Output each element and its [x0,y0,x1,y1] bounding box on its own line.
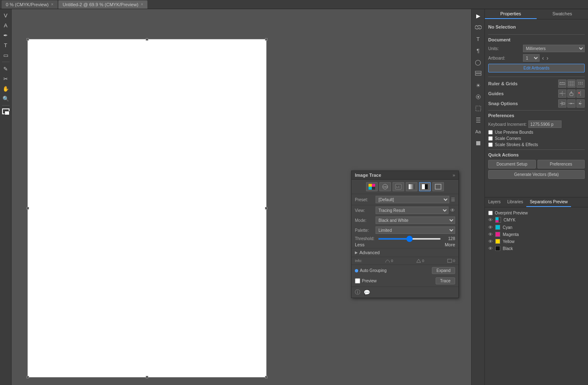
edit-artboards-btn[interactable]: Edit Artboards [488,64,585,72]
tool-shape[interactable]: ▭ [1,51,10,60]
tab-libraries[interactable]: Libraries [504,197,526,207]
bottom-tabs: Layers Libraries Separations Preview [485,197,588,207]
preferences-btn[interactable]: Preferences [537,160,585,168]
fill-stroke-indicator[interactable] [2,108,10,114]
guide-lock-icon[interactable] [567,89,576,98]
view-select[interactable]: Tracing Result [376,207,448,214]
mode-select[interactable]: Black and White [376,217,455,224]
handle-tm [146,38,148,41]
dot-grid-icon[interactable] [576,79,585,88]
tab-1-close[interactable]: × [51,2,53,7]
tool-select[interactable]: V [1,11,10,20]
tab-properties[interactable]: Properties [485,9,537,19]
tab-bar: 0 % (CMYK/Preview) × Untitled-2 @ 69.9 %… [0,0,588,9]
snap-grid-icon[interactable] [558,99,566,108]
artboard-prev[interactable]: ‹ [541,55,545,61]
expand-btn[interactable]: Expand [432,267,455,274]
tool-scissors[interactable]: ✂ [1,74,10,83]
generate-vectors-btn[interactable]: Generate Vectors (Beta) [488,170,585,179]
mode-auto-color[interactable] [366,182,378,191]
tab-1[interactable]: 0 % (CMYK/Preview) × [2,0,58,9]
eye-black[interactable]: 👁 [488,246,493,251]
preset-menu-icon[interactable]: ☰ [451,197,455,202]
tool-pen[interactable]: ✒ [1,31,10,40]
mode-outline[interactable] [432,182,444,191]
eye-cmyk[interactable]: 👁 [488,217,493,222]
units-label: Units: [488,46,521,51]
info-circle-icon[interactable]: ⓘ [355,289,360,296]
tab-2-label: Untitled-2 @ 69.9 % (CMYK/Preview) [63,2,138,7]
panel-icon-link[interactable] [473,22,483,32]
palette-select[interactable]: Limited [376,226,455,234]
panel-icon-play[interactable]: ▶ [473,11,483,21]
tab-layers[interactable]: Layers [485,197,504,207]
panel-icon-transform[interactable] [473,103,483,113]
tab-2[interactable]: Untitled-2 @ 69.9 % (CMYK/Preview) × [58,0,147,9]
no-selection-label: No Selection [488,24,516,29]
keyboard-increment-input[interactable] [528,120,561,128]
ruler-icon[interactable] [558,79,566,88]
mode-black-white[interactable] [419,182,431,191]
tool-zoom[interactable]: 🔍 [1,94,10,103]
main-layout: V A ✒ T ▭ ✎ ✂ ✋ 🔍 01 - Artboard 1 [0,9,588,385]
tool-direct-select[interactable]: A [1,21,10,30]
tab-2-close[interactable]: × [141,2,143,7]
scale-strokes-checkbox[interactable] [488,142,493,147]
eye-cyan[interactable]: 👁 [488,225,493,230]
image-trace-advanced[interactable]: ▶ Advanced [352,248,458,257]
quick-actions-row1: Document Setup Preferences [488,160,585,168]
eye-yellow[interactable]: 👁 [488,239,493,244]
divider-1 [488,34,585,35]
mode-high-color[interactable]: HC [379,182,391,191]
svg-point-35 [582,82,583,83]
document-setup-btn[interactable]: Document Setup [488,160,536,168]
guide-clear-icon[interactable] [576,89,585,98]
tool-type[interactable]: T [1,41,10,50]
sep-magenta: 👁 Magenta [488,232,585,237]
artboard-next[interactable]: › [546,55,549,61]
feedback-icon[interactable]: 💬 [364,289,370,296]
sep-black-label: Black [503,246,513,251]
tab-separations-preview[interactable]: Separations Preview [526,197,571,207]
properties-top-tabs: Properties Swatches [485,9,588,19]
panel-icon-align[interactable] [473,115,483,125]
mode-grayscale[interactable] [406,182,417,191]
use-preview-bounds-checkbox[interactable] [488,130,493,135]
panel-icon-paragraph[interactable]: ¶ [473,46,483,55]
panel-icon-circle[interactable]: ◯ [473,57,483,67]
tab-swatches[interactable]: Swatches [537,9,588,19]
tool-brush[interactable]: ✎ [1,64,10,73]
guide-add-icon[interactable]: + [558,89,566,98]
snap-guide-icon[interactable] [567,99,576,108]
artboard-select[interactable]: 1 [523,54,540,62]
panel-icon-object[interactable] [473,138,483,148]
snap-point-icon[interactable] [576,99,585,108]
scale-corners-checkbox[interactable] [488,136,493,141]
view-eye-icon[interactable]: 👁 [450,207,455,213]
panel-icon-text[interactable]: T [473,34,483,44]
left-toolbar: V A ✒ T ▭ ✎ ✂ ✋ 🔍 [0,9,12,385]
preview-label: Preview [362,279,434,283]
units-select[interactable]: Millimeters Pixels Points Inches [523,45,585,52]
artboard-prop-label: Artboard: [488,56,521,60]
auto-group-indicator [355,269,358,272]
grid-icon[interactable] [567,79,576,88]
svg-rect-2 [369,187,372,190]
panel-icon-effects[interactable] [473,92,483,102]
image-trace-expand-icon[interactable]: » [453,173,455,178]
panel-icon-layers[interactable] [473,69,483,79]
mode-label: Mode: [355,218,376,223]
mode-low-color[interactable]: LC [393,182,404,191]
preview-checkbox[interactable] [355,278,360,284]
preset-select[interactable]: [Default] [376,196,449,203]
eye-magenta[interactable]: 👁 [488,232,493,237]
panel-icon-sun[interactable]: ☀ [473,80,483,90]
trace-btn[interactable]: Trace [436,277,455,284]
svg-rect-0 [369,184,372,187]
panel-icon-text2[interactable]: Aa [473,127,483,137]
threshold-slider[interactable] [378,238,441,240]
magenta-swatch [495,232,500,237]
image-trace-mode-icons: HC LC [352,180,458,194]
overprint-preview-checkbox[interactable] [488,211,493,215]
tool-hand[interactable]: ✋ [1,84,10,93]
